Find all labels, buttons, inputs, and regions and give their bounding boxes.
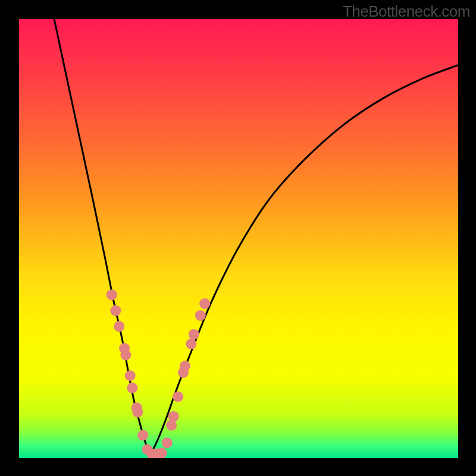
scatter-point — [195, 310, 206, 321]
scatter-point — [180, 361, 190, 371]
scatter-point — [107, 289, 117, 300]
chart-frame: TheBottleneck.com — [0, 0, 476, 476]
scatter-point — [132, 407, 143, 418]
scatter-point — [125, 370, 136, 381]
scatter-point — [127, 383, 137, 393]
watermark-text: TheBottleneck.com — [343, 2, 470, 21]
scatter-point — [114, 321, 124, 332]
scatter-point — [137, 430, 148, 441]
scatter-point — [162, 437, 173, 448]
curve-layer — [19, 19, 458, 458]
scatter-point — [110, 305, 121, 316]
scatter-point — [156, 447, 167, 458]
scatter-point — [189, 329, 199, 340]
plot-area — [19, 19, 458, 458]
scatter-point — [199, 298, 210, 309]
scatter-point — [186, 339, 196, 349]
scatter-point — [173, 392, 183, 402]
curve-right-branch — [151, 65, 458, 453]
scatter-point — [120, 350, 131, 361]
scatter-point — [168, 411, 179, 422]
